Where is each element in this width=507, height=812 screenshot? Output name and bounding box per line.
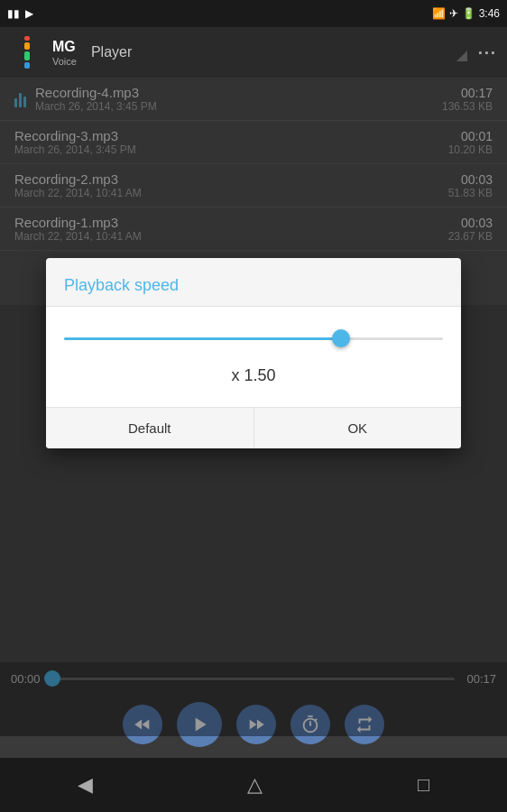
clock: 3:46 bbox=[479, 7, 500, 20]
speed-slider-container[interactable] bbox=[64, 325, 443, 352]
speed-value: x 1.50 bbox=[64, 366, 443, 385]
dialog-body: x 1.50 bbox=[46, 307, 461, 407]
slider-fill bbox=[64, 337, 341, 340]
logo-bar-blue bbox=[24, 62, 30, 69]
more-options-button[interactable]: ⋮ bbox=[475, 42, 496, 62]
slider-thumb[interactable] bbox=[332, 329, 350, 347]
signal-corner bbox=[456, 51, 467, 61]
app-header: MG Voice Player ⋮ bbox=[0, 27, 507, 78]
playback-speed-dialog: Playback speed x 1.50 Default OK bbox=[46, 258, 461, 448]
status-bar-right: 📶 ✈ 🔋 3:46 bbox=[432, 7, 500, 20]
navigation-bar: ◀ △ □ bbox=[0, 758, 507, 812]
media-icon: ▶ bbox=[25, 7, 33, 20]
signal-icon: ✈ bbox=[449, 7, 458, 20]
dialog-title: Playback speed bbox=[46, 258, 461, 307]
dialog-buttons: Default OK bbox=[46, 407, 461, 448]
logo-bar-red bbox=[24, 36, 30, 41]
dialog-overlay: Playback speed x 1.50 Default OK bbox=[0, 78, 507, 736]
app-title-group: MG Voice bbox=[52, 38, 77, 66]
screen-title: Player bbox=[91, 44, 132, 60]
slider-track bbox=[64, 337, 443, 340]
home-button[interactable]: △ bbox=[247, 773, 263, 797]
default-button[interactable]: Default bbox=[46, 408, 254, 448]
notification-icon: ▮▮ bbox=[7, 7, 20, 20]
logo-bar-orange bbox=[24, 42, 30, 50]
ok-button[interactable]: OK bbox=[254, 408, 462, 448]
app-title: MG bbox=[52, 38, 77, 55]
back-button[interactable]: ◀ bbox=[78, 773, 93, 797]
status-bar: ▮▮ ▶ 📶 ✈ 🔋 3:46 bbox=[0, 0, 507, 27]
wifi-icon: 📶 bbox=[432, 7, 446, 20]
app-logo bbox=[11, 36, 43, 69]
app-subtitle: Voice bbox=[52, 56, 77, 67]
battery-icon: 🔋 bbox=[462, 7, 475, 20]
logo-bar-green bbox=[24, 51, 30, 60]
recents-button[interactable]: □ bbox=[418, 773, 429, 797]
status-bar-left: ▮▮ ▶ bbox=[7, 7, 33, 20]
